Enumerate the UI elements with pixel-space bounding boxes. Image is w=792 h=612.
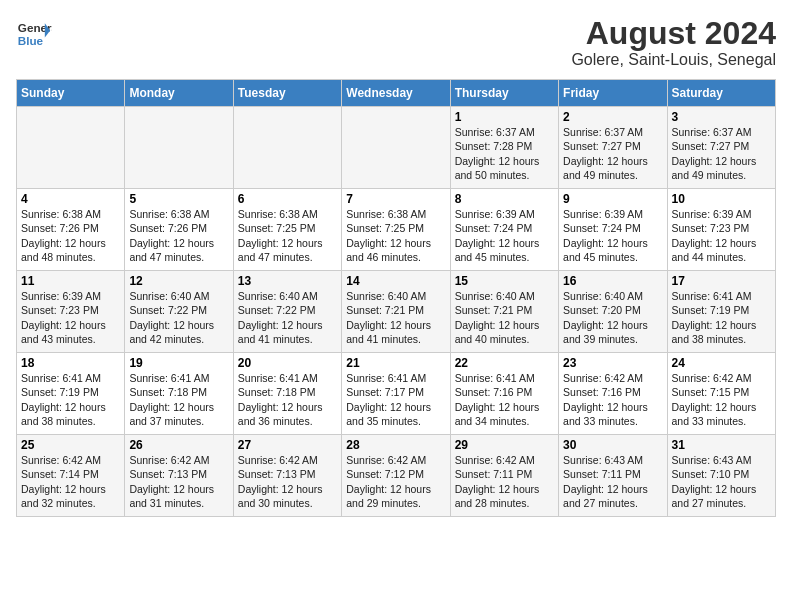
day-number: 14 xyxy=(346,274,445,288)
table-row: 8Sunrise: 6:39 AMSunset: 7:24 PMDaylight… xyxy=(450,189,558,271)
sunset-text: Sunset: 7:26 PM xyxy=(129,222,207,234)
day-number: 30 xyxy=(563,438,662,452)
table-row: 21Sunrise: 6:41 AMSunset: 7:17 PMDayligh… xyxy=(342,353,450,435)
daylight-text: Daylight: 12 hours and 39 minutes. xyxy=(563,319,648,345)
calendar-week-row: 25Sunrise: 6:42 AMSunset: 7:14 PMDayligh… xyxy=(17,435,776,517)
day-number: 17 xyxy=(672,274,771,288)
table-row: 3Sunrise: 6:37 AMSunset: 7:27 PMDaylight… xyxy=(667,107,775,189)
day-info: Sunrise: 6:42 AMSunset: 7:15 PMDaylight:… xyxy=(672,371,771,428)
day-info: Sunrise: 6:37 AMSunset: 7:28 PMDaylight:… xyxy=(455,125,554,182)
table-row: 5Sunrise: 6:38 AMSunset: 7:26 PMDaylight… xyxy=(125,189,233,271)
day-info: Sunrise: 6:38 AMSunset: 7:26 PMDaylight:… xyxy=(129,207,228,264)
daylight-text: Daylight: 12 hours and 36 minutes. xyxy=(238,401,323,427)
col-wednesday: Wednesday xyxy=(342,80,450,107)
day-number: 7 xyxy=(346,192,445,206)
day-number: 19 xyxy=(129,356,228,370)
sunrise-text: Sunrise: 6:42 AM xyxy=(346,454,426,466)
sunset-text: Sunset: 7:27 PM xyxy=(563,140,641,152)
sunrise-text: Sunrise: 6:41 AM xyxy=(672,290,752,302)
sunset-text: Sunset: 7:19 PM xyxy=(672,304,750,316)
sunset-text: Sunset: 7:18 PM xyxy=(129,386,207,398)
daylight-text: Daylight: 12 hours and 49 minutes. xyxy=(563,155,648,181)
daylight-text: Daylight: 12 hours and 43 minutes. xyxy=(21,319,106,345)
table-row: 18Sunrise: 6:41 AMSunset: 7:19 PMDayligh… xyxy=(17,353,125,435)
daylight-text: Daylight: 12 hours and 33 minutes. xyxy=(563,401,648,427)
sunrise-text: Sunrise: 6:41 AM xyxy=(21,372,101,384)
daylight-text: Daylight: 12 hours and 45 minutes. xyxy=(455,237,540,263)
table-row: 6Sunrise: 6:38 AMSunset: 7:25 PMDaylight… xyxy=(233,189,341,271)
day-number: 11 xyxy=(21,274,120,288)
day-info: Sunrise: 6:41 AMSunset: 7:19 PMDaylight:… xyxy=(672,289,771,346)
sunrise-text: Sunrise: 6:41 AM xyxy=(238,372,318,384)
table-row: 20Sunrise: 6:41 AMSunset: 7:18 PMDayligh… xyxy=(233,353,341,435)
day-number: 3 xyxy=(672,110,771,124)
day-info: Sunrise: 6:40 AMSunset: 7:21 PMDaylight:… xyxy=(346,289,445,346)
page-header: General Blue August 2024 Golere, Saint-L… xyxy=(16,16,776,69)
daylight-text: Daylight: 12 hours and 34 minutes. xyxy=(455,401,540,427)
day-info: Sunrise: 6:42 AMSunset: 7:11 PMDaylight:… xyxy=(455,453,554,510)
sunrise-text: Sunrise: 6:40 AM xyxy=(455,290,535,302)
day-number: 23 xyxy=(563,356,662,370)
table-row: 1Sunrise: 6:37 AMSunset: 7:28 PMDaylight… xyxy=(450,107,558,189)
day-info: Sunrise: 6:42 AMSunset: 7:13 PMDaylight:… xyxy=(238,453,337,510)
daylight-text: Daylight: 12 hours and 38 minutes. xyxy=(672,319,757,345)
table-row: 12Sunrise: 6:40 AMSunset: 7:22 PMDayligh… xyxy=(125,271,233,353)
sunset-text: Sunset: 7:11 PM xyxy=(455,468,533,480)
col-thursday: Thursday xyxy=(450,80,558,107)
table-row: 13Sunrise: 6:40 AMSunset: 7:22 PMDayligh… xyxy=(233,271,341,353)
day-info: Sunrise: 6:41 AMSunset: 7:18 PMDaylight:… xyxy=(238,371,337,428)
sunset-text: Sunset: 7:16 PM xyxy=(563,386,641,398)
sunrise-text: Sunrise: 6:42 AM xyxy=(672,372,752,384)
table-row: 24Sunrise: 6:42 AMSunset: 7:15 PMDayligh… xyxy=(667,353,775,435)
table-row: 2Sunrise: 6:37 AMSunset: 7:27 PMDaylight… xyxy=(559,107,667,189)
sunset-text: Sunset: 7:25 PM xyxy=(238,222,316,234)
sunset-text: Sunset: 7:21 PM xyxy=(346,304,424,316)
daylight-text: Daylight: 12 hours and 30 minutes. xyxy=(238,483,323,509)
day-info: Sunrise: 6:40 AMSunset: 7:22 PMDaylight:… xyxy=(238,289,337,346)
col-friday: Friday xyxy=(559,80,667,107)
col-sunday: Sunday xyxy=(17,80,125,107)
day-info: Sunrise: 6:43 AMSunset: 7:10 PMDaylight:… xyxy=(672,453,771,510)
sunset-text: Sunset: 7:13 PM xyxy=(238,468,316,480)
daylight-text: Daylight: 12 hours and 31 minutes. xyxy=(129,483,214,509)
daylight-text: Daylight: 12 hours and 41 minutes. xyxy=(346,319,431,345)
table-row: 14Sunrise: 6:40 AMSunset: 7:21 PMDayligh… xyxy=(342,271,450,353)
day-number: 28 xyxy=(346,438,445,452)
day-info: Sunrise: 6:39 AMSunset: 7:23 PMDaylight:… xyxy=(21,289,120,346)
day-info: Sunrise: 6:42 AMSunset: 7:14 PMDaylight:… xyxy=(21,453,120,510)
table-row: 4Sunrise: 6:38 AMSunset: 7:26 PMDaylight… xyxy=(17,189,125,271)
calendar-week-row: 4Sunrise: 6:38 AMSunset: 7:26 PMDaylight… xyxy=(17,189,776,271)
day-number: 10 xyxy=(672,192,771,206)
day-number: 25 xyxy=(21,438,120,452)
sunrise-text: Sunrise: 6:39 AM xyxy=(455,208,535,220)
sunrise-text: Sunrise: 6:40 AM xyxy=(563,290,643,302)
table-row: 31Sunrise: 6:43 AMSunset: 7:10 PMDayligh… xyxy=(667,435,775,517)
day-number: 27 xyxy=(238,438,337,452)
table-row: 11Sunrise: 6:39 AMSunset: 7:23 PMDayligh… xyxy=(17,271,125,353)
sunset-text: Sunset: 7:15 PM xyxy=(672,386,750,398)
sunrise-text: Sunrise: 6:42 AM xyxy=(455,454,535,466)
table-row xyxy=(17,107,125,189)
daylight-text: Daylight: 12 hours and 27 minutes. xyxy=(563,483,648,509)
daylight-text: Daylight: 12 hours and 46 minutes. xyxy=(346,237,431,263)
sunrise-text: Sunrise: 6:43 AM xyxy=(672,454,752,466)
table-row: 17Sunrise: 6:41 AMSunset: 7:19 PMDayligh… xyxy=(667,271,775,353)
day-info: Sunrise: 6:41 AMSunset: 7:17 PMDaylight:… xyxy=(346,371,445,428)
sunset-text: Sunset: 7:19 PM xyxy=(21,386,99,398)
daylight-text: Daylight: 12 hours and 35 minutes. xyxy=(346,401,431,427)
calendar-week-row: 18Sunrise: 6:41 AMSunset: 7:19 PMDayligh… xyxy=(17,353,776,435)
sunset-text: Sunset: 7:14 PM xyxy=(21,468,99,480)
table-row: 9Sunrise: 6:39 AMSunset: 7:24 PMDaylight… xyxy=(559,189,667,271)
day-info: Sunrise: 6:40 AMSunset: 7:20 PMDaylight:… xyxy=(563,289,662,346)
sunrise-text: Sunrise: 6:40 AM xyxy=(238,290,318,302)
day-number: 16 xyxy=(563,274,662,288)
daylight-text: Daylight: 12 hours and 27 minutes. xyxy=(672,483,757,509)
sunrise-text: Sunrise: 6:39 AM xyxy=(672,208,752,220)
table-row: 15Sunrise: 6:40 AMSunset: 7:21 PMDayligh… xyxy=(450,271,558,353)
daylight-text: Daylight: 12 hours and 29 minutes. xyxy=(346,483,431,509)
table-row: 27Sunrise: 6:42 AMSunset: 7:13 PMDayligh… xyxy=(233,435,341,517)
table-row: 29Sunrise: 6:42 AMSunset: 7:11 PMDayligh… xyxy=(450,435,558,517)
col-monday: Monday xyxy=(125,80,233,107)
daylight-text: Daylight: 12 hours and 49 minutes. xyxy=(672,155,757,181)
sunset-text: Sunset: 7:24 PM xyxy=(563,222,641,234)
